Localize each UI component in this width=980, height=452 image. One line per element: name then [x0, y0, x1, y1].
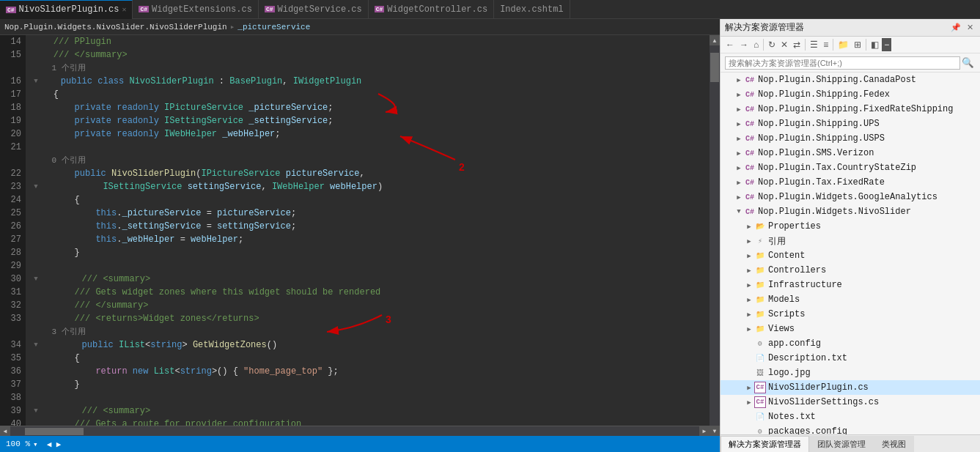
scroll-left-btn[interactable]: ◀: [0, 426, 10, 437]
collapse-16[interactable]: ▼: [32, 75, 40, 88]
tree-item-content[interactable]: ▶ 📁 Content: [721, 248, 980, 263]
view-btn[interactable]: ⊞: [852, 38, 863, 51]
tree-item-usps[interactable]: ▶ C# Nop.Plugin.Shipping.USPS: [721, 131, 980, 146]
zoom-control[interactable]: 100 % ▾: [6, 440, 38, 449]
tree-item-ups[interactable]: ▶ C# Nop.Plugin.Shipping.UPS: [721, 116, 980, 131]
tree-item-scripts[interactable]: ▶ 📁 Scripts: [721, 307, 980, 322]
expand-icon-placeholder: [744, 412, 754, 422]
folder-icon: 📁: [754, 264, 766, 276]
tree-item-properties[interactable]: ▶ 📂 Properties: [721, 219, 980, 234]
horiz-track[interactable]: [10, 426, 699, 437]
collapse-23[interactable]: ▼: [32, 180, 40, 193]
ln-35: 35: [0, 352, 21, 365]
code-line-30: ▼ /// <summary>: [32, 273, 710, 286]
tree-item-packages[interactable]: ⚙ packages.config: [721, 424, 980, 434]
tree-item-nivoslidersettings[interactable]: ▶ C# NivoSliderSettings.cs: [721, 395, 980, 410]
scroll-up-btn[interactable]: ▲: [710, 35, 720, 45]
tree-item-fedex[interactable]: ▶ C# Nop.Plugin.Shipping.Fedex: [721, 87, 980, 102]
project-icon: C#: [744, 177, 756, 188]
horiz-thumb[interactable]: [25, 428, 84, 435]
close-panel-btn[interactable]: ✕: [965, 22, 976, 33]
tree-label: Infrastructure: [768, 280, 842, 290]
ln-32: 32: [0, 299, 21, 312]
tab-index-cshtml[interactable]: Index.cshtml: [494, 0, 570, 19]
project-icon: C#: [744, 206, 756, 218]
new-folder-btn[interactable]: 📁: [836, 38, 851, 51]
tree-label: Nop.Plugin.Widgets.GoogleAnalytics: [758, 192, 937, 202]
editor-area: 14 15 16 17 18 19 20 21 22 23: [0, 35, 720, 436]
tree-item-models[interactable]: ▶ 📁 Models: [721, 292, 980, 307]
tab-widget-controller[interactable]: C# WidgetController.cs: [369, 0, 494, 19]
bottom-tab-team[interactable]: 团队资源管理: [809, 436, 874, 452]
tree-item-fixedrate-shipping[interactable]: ▶ C# Nop.Plugin.Shipping.FixedRateShippi…: [721, 102, 980, 116]
refresh-btn[interactable]: ↻: [766, 38, 778, 51]
solution-explorer-title: 解决方案资源管理器: [725, 21, 804, 34]
code-line-36: return new List<string>() { "home_page_t…: [32, 365, 710, 378]
expand-icon: ▶: [734, 75, 744, 85]
ln-27: 27: [0, 233, 21, 246]
tree-item-controllers[interactable]: ▶ 📁 Controllers: [721, 263, 980, 278]
code-content[interactable]: /// PPlugin /// </summary> 1 个引用: [26, 35, 710, 426]
tree-item-references[interactable]: ▶ ⚡ 引用: [721, 234, 980, 248]
tab-nivo-slider-plugin[interactable]: C# NivoSliderPlugin.cs ✕: [0, 0, 133, 19]
solution-explorer-header: 解决方案资源管理器 📌 ✕: [721, 19, 980, 37]
sync-btn[interactable]: ⇄: [791, 38, 803, 51]
tree-item-logo[interactable]: 🖼 logo.jpg: [721, 366, 980, 380]
ln-15: 15: [0, 48, 21, 62]
forward-btn[interactable]: →: [737, 38, 751, 51]
tree-item-nivoslider-root[interactable]: ▼ C# Nop.Plugin.Widgets.NivoSlider: [721, 204, 980, 219]
tree-item-fixedrate[interactable]: ▶ C# Nop.Plugin.Tax.FixedRate: [721, 175, 980, 190]
scroll-thumb[interactable]: [710, 53, 719, 82]
search-input[interactable]: [725, 56, 960, 70]
scroll-right-btn[interactable]: ▶: [699, 426, 710, 437]
minus-btn[interactable]: −: [882, 38, 891, 51]
tree-item-verizon[interactable]: ▶ C# Nop.Plugin.SMS.Verizon: [721, 146, 980, 160]
tree-item-appconfig[interactable]: ⚙ app.config: [721, 336, 980, 351]
tab-widget-service[interactable]: C# WidgetService.cs: [259, 0, 369, 19]
expand-icon: ▶: [744, 382, 754, 393]
bottom-tab-label: 解决方案资源管理器: [729, 439, 801, 450]
tree-item-notes[interactable]: 📄 Notes.txt: [721, 410, 980, 424]
tree-item-views[interactable]: ▶ 📁 Views: [721, 322, 980, 336]
tab-label: NivoSliderPlugin.cs: [19, 4, 119, 15]
tab-close-btn[interactable]: ✕: [122, 5, 126, 14]
scroll-indicator: ◀ ▶: [47, 440, 62, 449]
tree-item-googleanalytics[interactable]: ▶ C# Nop.Plugin.Widgets.GoogleAnalytics: [721, 190, 980, 204]
ln-21: 21: [0, 141, 21, 154]
tree-item-infrastructure[interactable]: ▶ 📁 Infrastructure: [721, 278, 980, 292]
tree-item-canadapost[interactable]: ▶ C# Nop.Plugin.Shipping.CanadaPost: [721, 73, 980, 87]
show-all-btn[interactable]: ☰: [808, 38, 820, 51]
breadcrumb-right: _pictureService: [237, 23, 310, 32]
tree-item-countrystatzip[interactable]: ▶ C# Nop.Plugin.Tax.CountryStateZip: [721, 160, 980, 175]
tree-item-description[interactable]: 📄 Description.txt: [721, 351, 980, 366]
scroll-track[interactable]: [710, 45, 720, 426]
code-line-29: [32, 259, 710, 273]
tab-label-3: WidgetService.cs: [278, 4, 362, 15]
preview-btn[interactable]: ◧: [869, 38, 881, 51]
vertical-scrollbar[interactable]: ▲ ▼: [710, 35, 720, 436]
sep1: [763, 39, 764, 51]
bottom-tab-solution[interactable]: 解决方案资源管理器: [721, 436, 809, 452]
cs-file-icon: C#: [754, 382, 766, 393]
bottom-tab-class[interactable]: 类视图: [874, 436, 914, 452]
tab-widget-extensions[interactable]: C# WidgetExtensions.cs: [133, 0, 258, 19]
pin-btn[interactable]: 📌: [948, 22, 963, 33]
home-btn[interactable]: ⌂: [751, 38, 761, 51]
horizontal-scrollbar[interactable]: ◀ ▶: [0, 426, 710, 436]
expand-icon: ▶: [744, 251, 754, 261]
code-line-24: {: [32, 193, 710, 207]
folder-icon: 📁: [754, 294, 766, 305]
collapse-34[interactable]: ▼: [32, 338, 40, 352]
zoom-arrow: ▾: [33, 440, 38, 449]
ln-37: 37: [0, 378, 21, 391]
stop-btn[interactable]: ✕: [778, 38, 790, 51]
collapse-30[interactable]: ▼: [32, 273, 40, 286]
code-line-22: public NivoSliderPlugin(IPictureService …: [32, 167, 710, 180]
properties-btn[interactable]: ≡: [821, 38, 830, 51]
solution-tree[interactable]: ▶ C# Nop.Plugin.Shipping.CanadaPost ▶ C#…: [721, 73, 980, 434]
collapse-39[interactable]: ▼: [32, 404, 40, 418]
search-btn[interactable]: 🔍: [960, 56, 976, 70]
back-btn[interactable]: ←: [723, 38, 737, 51]
tree-item-nivosliderplugin[interactable]: ▶ C# NivoSliderPlugin.cs: [721, 380, 980, 395]
scroll-down-btn[interactable]: ▼: [710, 426, 720, 436]
